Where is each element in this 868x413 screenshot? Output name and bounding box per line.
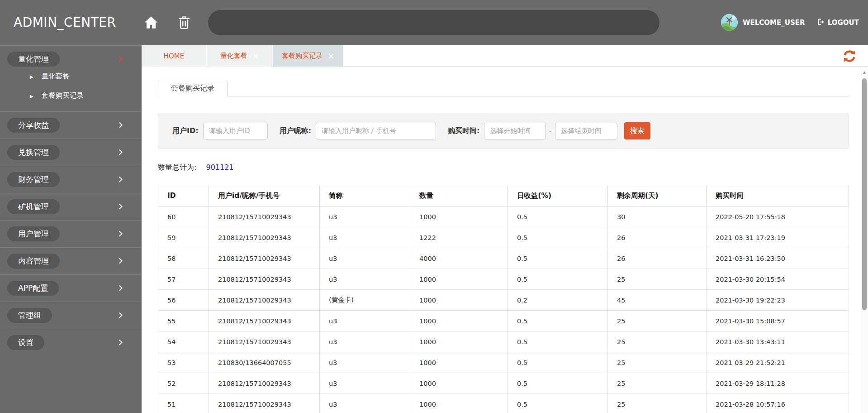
table-cell: 210812/15710029343 [209,227,320,248]
table-cell: 1000 [410,331,508,352]
table-cell: 0.5 [508,206,608,227]
table-cell: 25 [608,394,707,413]
start-time-input[interactable] [484,123,546,139]
tab-strip: HOME量化套餐×套餐购买记录× [142,45,868,67]
sidebar-item-label: 管理组 [7,308,52,323]
table-row: 51210812/15710029343u310000.5252021-03-2… [158,394,849,413]
avatar[interactable] [721,14,738,31]
tab-label: HOME [164,52,185,60]
table-cell: 60 [158,206,209,227]
table-row: 60210812/15710029343u310000.5302022-05-2… [158,206,849,227]
global-search-input[interactable] [208,10,659,35]
close-icon[interactable]: × [253,53,259,60]
sidebar-item-label: 量化管理 [7,52,60,67]
table-cell: 210812/15710029343 [209,206,320,227]
table-cell: 0.2 [508,290,608,311]
table-row: 55210812/15710029343u310000.5252021-03-3… [158,311,849,331]
logout-label: LOGOUT [828,19,859,27]
table-cell: 53 [158,352,209,373]
total-count-row: 数量总计为: 901121 [158,163,849,173]
user-id-input[interactable] [203,123,268,139]
table-cell: 45 [608,290,707,311]
scrollbar-up-arrow[interactable]: ▲ [860,70,868,75]
table-row: 54210812/15710029343u310000.5252021-03-3… [158,331,849,352]
column-header: 简称 [320,185,410,206]
table-cell: 55 [158,311,209,331]
sidebar-item[interactable]: 管理组 [0,308,142,323]
chevron-right-icon [117,339,123,345]
table-cell: 210812/15710029343 [209,248,320,269]
sidebar-item-label: 用户管理 [7,226,60,241]
chevron-right-icon [117,231,123,236]
table-row: 52210812/15710029343u310000.5252021-03-2… [158,373,849,394]
sidebar-item[interactable]: 矿机管理 [0,199,142,214]
sidebar-group: 内容管理 [0,247,142,274]
table-cell: u3 [320,311,410,331]
table-cell: u3 [320,248,410,269]
table-cell: 210812/15710029343 [209,373,320,394]
chevron-right-icon [117,149,123,155]
table-cell: 210812/15710029343 [209,311,320,331]
refresh-icon[interactable] [843,49,856,63]
sidebar-item[interactable]: 内容管理 [0,254,142,269]
table-cell: 0.5 [508,331,608,352]
logout-icon [817,18,825,28]
table-cell: 210812/15710029343 [209,331,320,352]
sidebar-item[interactable]: 财务管理 [0,172,142,187]
nickname-input[interactable] [316,123,436,139]
table-cell: 1000 [410,290,508,311]
close-icon[interactable]: × [328,53,334,60]
sidebar-menu: 量化管理▶量化套餐▶套餐购买记录分享收益兑换管理财务管理矿机管理用户管理内容管理… [0,45,142,356]
table-row: 53210830/13664007055u310000.5252021-03-2… [158,352,849,373]
sidebar-group: 量化管理▶量化套餐▶套餐购买记录 [0,45,142,111]
inner-tab-purchase-records[interactable]: 套餐购买记录 [158,80,228,96]
tab[interactable]: HOME [142,45,206,67]
sidebar-item-label: 矿机管理 [7,199,60,214]
sidebar-item-label: 分享收益 [7,118,60,133]
scrollbar-thumb[interactable] [862,78,867,310]
vertical-scrollbar: ▲ [860,67,868,413]
home-icon[interactable] [143,15,159,30]
sidebar-item[interactable]: 量化管理 [0,52,142,67]
purchase-time-label: 购买时间: [448,126,479,136]
table-cell: 26 [608,227,707,248]
records-table: ID用户id/昵称/手机号简称数量日收益(%)剩余周期(天)购买时间602108… [158,185,849,413]
trash-icon[interactable] [177,15,191,30]
table-cell: 0.5 [508,227,608,248]
table-cell: 1222 [410,227,508,248]
table-cell: u3 [320,269,410,290]
table-cell: 1000 [410,394,508,413]
sidebar-item-label: 财务管理 [7,172,60,187]
tab[interactable]: 套餐购买记录× [273,45,343,67]
table-cell: 0.5 [508,373,608,394]
sidebar-subitem[interactable]: ▶套餐购买记录 [0,86,142,106]
table-cell: u3 [320,352,410,373]
table-row: 58210812/15710029343u340000.5262021-03-3… [158,248,849,269]
table-cell: 2021-03-31 17:23:19 [707,227,849,248]
sidebar-item[interactable]: 设置 [0,335,142,350]
table-cell: 2022-05-20 17:55:18 [707,206,849,227]
table-row: 57210812/15710029343u310000.5252021-03-3… [158,269,849,290]
sidebar-group: 设置 [0,329,142,356]
tab[interactable]: 量化套餐× [207,45,272,67]
table-cell: 59 [158,227,209,248]
sidebar-item[interactable]: APP配置 [0,281,142,296]
table-cell: 25 [608,331,707,352]
sidebar-item[interactable]: 兑换管理 [0,145,142,160]
total-count-value: 901121 [206,163,233,172]
logout-button[interactable]: LOGOUT [817,0,859,45]
table-cell: 2021-03-30 15:08:57 [707,311,849,331]
range-separator: - [549,127,551,135]
caret-right-icon: ▶ [30,74,33,79]
sidebar-subitem[interactable]: ▶量化套餐 [0,67,142,86]
search-button[interactable]: 搜索 [624,122,650,139]
sidebar-item-label: APP配置 [7,281,59,296]
tab-label: 套餐购买记录 [282,52,323,60]
column-header: ID [158,185,209,206]
sidebar-item[interactable]: 分享收益 [0,118,142,133]
sidebar-item[interactable]: 用户管理 [0,226,142,241]
chevron-right-icon [117,203,123,209]
table-row: 56210812/15710029343(黄金卡)10000.2452021-0… [158,290,849,311]
user-id-label: 用户ID: [172,126,199,136]
end-time-input[interactable] [555,123,617,139]
